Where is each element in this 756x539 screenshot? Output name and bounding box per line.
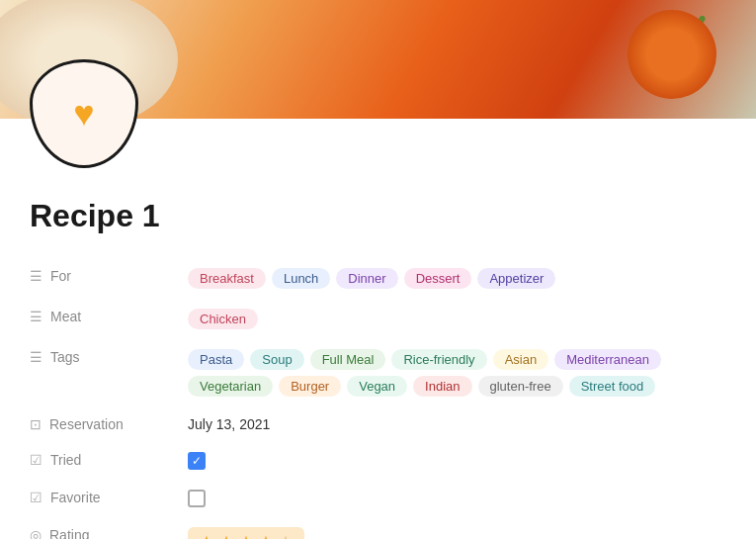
rating-label-container: ◎ Rating <box>30 527 188 539</box>
tag-chip: Vegan <box>347 376 407 397</box>
meat-row: ☰ Meat Chicken <box>30 299 726 339</box>
for-tag: Lunch <box>272 268 330 289</box>
for-tag: Dinner <box>336 268 397 289</box>
meat-label: Meat <box>50 309 81 324</box>
tags-row: ☰ Tags PastaSoupFull MealRice-friendlyAs… <box>30 339 726 406</box>
favorite-row: ☑ Favorite <box>30 480 726 517</box>
reservation-value-container: July 13, 2021 <box>188 416 726 432</box>
favorite-label: Favorite <box>50 490 101 505</box>
star-5[interactable]: ★ <box>277 531 294 539</box>
tried-checkbox[interactable]: ✓ <box>188 452 206 470</box>
for-label-container: ☰ For <box>30 268 188 284</box>
garnish-1 <box>691 15 706 35</box>
meat-tags-container: Chicken <box>188 309 726 329</box>
circle-icon: ◎ <box>30 527 42 539</box>
for-row: ☰ For BreakfastLunchDinnerDessertAppetiz… <box>30 258 726 299</box>
tried-value-container: ✓ <box>188 452 726 470</box>
list-icon-meat: ☰ <box>30 309 42 324</box>
list-icon-for: ☰ <box>30 268 42 284</box>
tags-label-container: ☰ Tags <box>30 349 188 365</box>
tags-label: Tags <box>50 349 80 365</box>
garnish-2 <box>684 20 695 39</box>
tags-tags-container: PastaSoupFull MealRice-friendlyAsianMedi… <box>188 349 726 397</box>
meat-tag: Chicken <box>188 309 258 329</box>
tried-label-container: ☑ Tried <box>30 452 188 468</box>
reservation-row: ⊡ Reservation July 13, 2021 <box>30 406 726 442</box>
for-tag: Appetizer <box>477 268 555 289</box>
star-2[interactable]: ★ <box>217 531 235 539</box>
garnish-3 <box>680 25 687 41</box>
tag-chip: Street food <box>569 376 656 397</box>
heart-icon: ♥ <box>73 93 94 135</box>
for-tag: Breakfast <box>188 268 266 289</box>
tag-chip: Mediterranean <box>554 349 661 370</box>
reservation-date: July 13, 2021 <box>188 416 270 432</box>
tag-chip: Soup <box>250 349 303 370</box>
tried-row: ☑ Tried ✓ <box>30 442 726 480</box>
tag-chip: Pasta <box>188 349 244 370</box>
tag-chip: Indian <box>413 376 471 397</box>
tag-chip: Burger <box>279 376 341 397</box>
stars-container[interactable]: ★★★★★ <box>188 527 304 539</box>
main-content: Recipe 1 ☰ For BreakfastLunchDinnerDesse… <box>0 178 756 539</box>
tag-chip: Full Meal <box>310 349 386 370</box>
rating-value-container: ★★★★★ <box>188 527 726 539</box>
tag-chip: Rice-friendly <box>391 349 486 370</box>
tag-chip: Asian <box>493 349 549 370</box>
favorite-checkbox[interactable] <box>188 490 206 507</box>
checkbox-icon-tried: ☑ <box>30 452 42 468</box>
meat-label-container: ☰ Meat <box>30 309 188 324</box>
page-title: Recipe 1 <box>30 198 726 234</box>
tag-chip: Vegetarian <box>188 376 273 397</box>
favorite-label-container: ☑ Favorite <box>30 490 188 505</box>
for-tags-container: BreakfastLunchDinnerDessertAppetizer <box>188 268 726 289</box>
for-label: For <box>50 268 71 284</box>
rating-row: ◎ Rating ★★★★★ <box>30 517 726 539</box>
tag-chip: gluten-free <box>478 376 563 397</box>
rating-label: Rating <box>49 527 89 539</box>
reservation-label-container: ⊡ Reservation <box>30 416 188 432</box>
star-1[interactable]: ★ <box>198 531 215 539</box>
checkbox-icon-favorite: ☑ <box>30 490 42 505</box>
star-3[interactable]: ★ <box>237 531 255 539</box>
app-logo: ♥ <box>30 59 138 168</box>
reservation-label: Reservation <box>49 416 124 432</box>
favorite-value-container <box>188 490 726 507</box>
tried-label: Tried <box>50 452 81 468</box>
list-icon-tags: ☰ <box>30 349 42 365</box>
for-tag: Dessert <box>404 268 472 289</box>
star-4[interactable]: ★ <box>257 531 275 539</box>
calendar-icon: ⊡ <box>30 416 42 432</box>
